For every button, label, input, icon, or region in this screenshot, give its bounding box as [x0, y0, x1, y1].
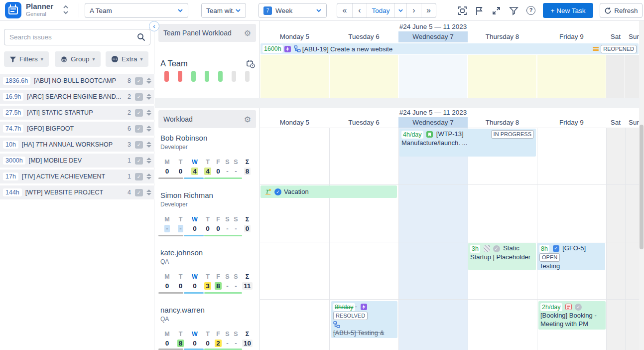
jump-back-button[interactable]: «: [337, 3, 352, 17]
user-name[interactable]: Bob Robinson: [160, 134, 207, 142]
sort-handle-icon[interactable]: [146, 110, 151, 116]
calendar-clock-icon[interactable]: [247, 60, 255, 68]
approved-check-icon: ✓: [274, 188, 281, 195]
task-gfo5[interactable]: 8h ✓ [GFO-5] OPEN Testing: [537, 243, 605, 270]
grid-line: [537, 128, 537, 350]
vacation-bar[interactable]: ✓ Vacation: [260, 185, 397, 198]
today-dropdown-button[interactable]: [394, 3, 406, 17]
calendar-check-icon[interactable]: ✓: [135, 189, 143, 196]
project-row[interactable]: 17h [TIV] ACTIVE ACHIEVEMENT 1 ✓: [0, 170, 154, 183]
workload-title: Workload: [163, 115, 244, 123]
project-hours: 1836.6h: [3, 77, 30, 85]
gear-icon[interactable]: ⚙: [244, 28, 251, 38]
approved-check-icon: ✓: [575, 304, 582, 311]
task-abu5[interactable]: 8h/day- RESOLVED [ABU-5] Testing & verif…: [331, 301, 397, 338]
availability-cell-saturday[interactable]: [606, 55, 625, 98]
sort-handle-icon[interactable]: [146, 174, 151, 179]
today-label: Today: [372, 7, 389, 14]
issues-sidebar: Filters▾ Group▾ Extra▾ 1836.6h [ABU] NO-…: [0, 21, 154, 350]
project-row[interactable]: 16.9h [ARC] SEARCH ENGINE BAND... 2 ✓: [0, 90, 154, 104]
scrollbar-thumb[interactable]: [640, 125, 644, 249]
calendar-check-icon[interactable]: ✓: [135, 125, 143, 133]
availability-cell-tuesday[interactable]: [330, 55, 398, 98]
capacity-underline: [204, 177, 242, 179]
week-title: #24 June 5 — 11 2023: [260, 109, 606, 116]
capacity-underline: [184, 292, 204, 294]
refresh-label: Refresh: [614, 7, 638, 14]
task-abu19[interactable]: 1600h [ABU-19] Create a new website REOP…: [260, 43, 639, 54]
search-input[interactable]: [4, 33, 137, 41]
team-filter-select[interactable]: Team wit...: [201, 3, 246, 18]
sort-handle-icon[interactable]: [146, 94, 151, 100]
availability-cell-friday[interactable]: [537, 55, 606, 98]
calendar-icon: [8, 6, 18, 14]
panel-switcher-icon[interactable]: [63, 4, 69, 15]
project-count: 1: [128, 157, 131, 164]
vacation-label: Vacation: [284, 187, 309, 196]
toolbar-divider: [79, 3, 79, 17]
scope-button[interactable]: [457, 5, 468, 16]
user-name[interactable]: nancy.warren: [160, 306, 205, 314]
refresh-icon: [604, 7, 612, 14]
task-wtp13[interactable]: IN PROGRESS 4h/day [WTP-13] Manufacture/…: [399, 129, 536, 157]
group-button[interactable]: Group▾: [55, 51, 101, 67]
calendar-check-icon[interactable]: ✓: [135, 173, 143, 180]
project-row[interactable]: 144h [WTP] WEBSITE PROJECT 4 ✓: [0, 185, 154, 199]
app-logo-icon[interactable]: [5, 2, 21, 18]
calendar-check-icon[interactable]: ✓: [135, 109, 143, 117]
grid-line: [606, 128, 607, 350]
availability-cell-wednesday[interactable]: [399, 55, 467, 98]
project-row[interactable]: 74.7h [GFO] BIGFOOT 6 ✓: [0, 122, 154, 136]
grid-line: [625, 128, 626, 350]
calendar-check-icon[interactable]: ✓: [135, 141, 143, 149]
filter-button[interactable]: [508, 5, 519, 16]
refresh-button[interactable]: Refresh: [600, 3, 643, 18]
gear-icon[interactable]: ⚙: [244, 115, 251, 124]
flag-button[interactable]: [474, 5, 485, 16]
new-task-button[interactable]: + New Task: [543, 3, 593, 18]
calendar-check-icon[interactable]: ✓: [135, 77, 143, 85]
app-title: Planner: [26, 2, 53, 10]
availability-cell-monday[interactable]: [260, 55, 329, 98]
collapse-sidebar-button[interactable]: ‹: [149, 21, 159, 31]
filters-button[interactable]: Filters▾: [4, 51, 49, 67]
grid-line: [260, 299, 644, 300]
project-row[interactable]: 27.5h [ATI] STATIC STARTUP 2 ✓: [0, 106, 154, 120]
task-booking[interactable]: 2h/day ✓ [Booking] Booking - Meeting wit…: [538, 301, 606, 330]
jump-forward-button[interactable]: »: [421, 3, 436, 17]
availability-cell-thursday[interactable]: [468, 55, 536, 98]
grid-line: [329, 128, 330, 350]
fullscreen-button[interactable]: [491, 5, 502, 16]
filters-label: Filters: [19, 55, 38, 63]
extra-button[interactable]: Extra▾: [106, 51, 148, 67]
sort-handle-icon[interactable]: [146, 78, 151, 84]
sort-handle-icon[interactable]: [146, 142, 151, 148]
search-icon[interactable]: [137, 33, 150, 41]
sort-handle-icon[interactable]: [146, 189, 151, 195]
project-row[interactable]: 3000h [MD] MOBILE DEV 1 ✓: [0, 154, 154, 168]
task-key: [GFO-5]: [562, 244, 586, 252]
chevron-down-icon: [235, 8, 241, 12]
project-name: [TIV] ACTIVE ACHIEVEMENT: [22, 173, 126, 180]
user-name[interactable]: Simon Richman: [160, 191, 213, 199]
prev-button[interactable]: ‹: [352, 3, 367, 17]
project-row[interactable]: 10h [HA] 7TH ANNUAL WORKSHOP 3 ✓: [0, 138, 154, 152]
task-static-startup[interactable]: 3h ✓ Static Startup | Placeholder: [468, 243, 536, 270]
team-select[interactable]: A Team: [85, 3, 188, 18]
bolt-icon: [361, 304, 367, 310]
view-select[interactable]: 7 Week: [258, 3, 327, 18]
calendar-check-icon[interactable]: ✓: [135, 93, 143, 101]
project-count: 4: [128, 189, 131, 196]
user-name[interactable]: kate.johnson: [160, 248, 203, 257]
help-button[interactable]: ?: [525, 5, 536, 16]
sort-handle-icon[interactable]: [146, 126, 151, 132]
project-row[interactable]: 1836.6h [ABU] NO-BULL BOOTCAMP 8 ✓: [0, 74, 154, 88]
calendar-check-icon[interactable]: ✓: [135, 157, 143, 165]
project-name: [HA] 7TH ANNUAL WORKSHOP: [22, 141, 126, 148]
day-header-tuesday: Tuesday 6: [329, 117, 398, 128]
priority-icon: [593, 46, 599, 52]
day-values-row: 08002--10: [160, 340, 255, 347]
sort-handle-icon[interactable]: [146, 158, 151, 164]
today-button[interactable]: Today: [367, 3, 394, 17]
next-button[interactable]: ›: [406, 3, 421, 17]
